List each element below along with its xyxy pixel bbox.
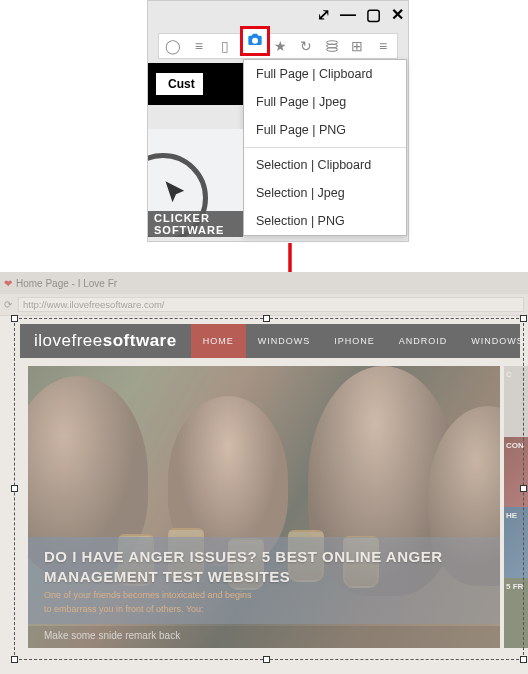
resize-handle-n[interactable]	[263, 315, 270, 322]
screenshot-dropdown: Full Page | Clipboard Full Page | Jpeg F…	[243, 59, 407, 236]
menu-fullpage-png[interactable]: Full Page | PNG	[244, 116, 406, 144]
menu-selection-png[interactable]: Selection | PNG	[244, 207, 406, 235]
preview-caption: CLICKER SOFTWARE	[148, 211, 243, 237]
menu-fullpage-clipboard[interactable]: Full Page | Clipboard	[244, 60, 406, 88]
list-icon[interactable]: ≡	[191, 38, 207, 54]
black-navbar-fragment: Cust	[148, 63, 243, 105]
circle-icon[interactable]: ◯	[165, 38, 181, 54]
icon-toolbar: ◯ ≡ ▯ ★ ↻ ⊞ ≡	[158, 33, 398, 59]
close-icon[interactable]: ✕	[391, 5, 404, 24]
resize-handle-e[interactable]	[520, 485, 527, 492]
customize-button[interactable]: Cust	[156, 73, 203, 95]
menu-selection-clipboard[interactable]: Selection | Clipboard	[244, 151, 406, 179]
menu-fullpage-jpeg[interactable]: Full Page | Jpeg	[244, 88, 406, 116]
expand-diagonal-icon[interactable]: ⤢	[317, 5, 330, 24]
tab-bar: ❤ Home Page - I Love Fr	[0, 272, 528, 294]
preview-thumbnail: CLICKER SOFTWARE	[148, 129, 243, 237]
menu-selection-jpeg[interactable]: Selection | Jpeg	[244, 179, 406, 207]
svg-point-2	[326, 48, 337, 52]
svg-point-0	[326, 41, 337, 45]
refresh-icon[interactable]: ↻	[298, 38, 314, 54]
menu-separator	[244, 147, 406, 148]
stack-icon[interactable]	[324, 38, 340, 54]
star-icon[interactable]: ★	[272, 38, 288, 54]
toolbar-panel: ⤢ — ▢ ✕ ◯ ≡ ▯ ★ ↻ ⊞ ≡ Full Page | Clipbo…	[147, 0, 409, 242]
minimize-icon[interactable]: —	[340, 6, 356, 24]
url-input[interactable]: http://www.ilovefreesoftware.com/	[18, 297, 524, 312]
document-icon[interactable]: ▯	[217, 38, 233, 54]
resize-handle-s[interactable]	[263, 656, 270, 663]
heart-icon: ❤	[4, 278, 12, 289]
camera-button-highlight	[240, 26, 270, 56]
selection-marquee[interactable]	[14, 318, 524, 660]
menu-icon[interactable]: ≡	[375, 38, 391, 54]
address-bar: ⟳ http://www.ilovefreesoftware.com/	[0, 294, 528, 316]
maximize-icon[interactable]: ▢	[366, 5, 381, 24]
tab-title[interactable]: Home Page - I Love Fr	[16, 278, 117, 289]
resize-handle-se[interactable]	[520, 656, 527, 663]
reload-icon[interactable]: ⟳	[4, 299, 12, 310]
resize-handle-ne[interactable]	[520, 315, 527, 322]
window-controls: ⤢ — ▢ ✕	[317, 5, 404, 24]
resize-handle-sw[interactable]	[11, 656, 18, 663]
resize-handle-w[interactable]	[11, 485, 18, 492]
resize-handle-nw[interactable]	[11, 315, 18, 322]
svg-point-1	[326, 44, 337, 48]
browser-window: ❤ Home Page - I Love Fr ⟳ http://www.ilo…	[0, 272, 528, 674]
camera-icon[interactable]	[247, 32, 263, 50]
grid-icon[interactable]: ⊞	[349, 38, 365, 54]
